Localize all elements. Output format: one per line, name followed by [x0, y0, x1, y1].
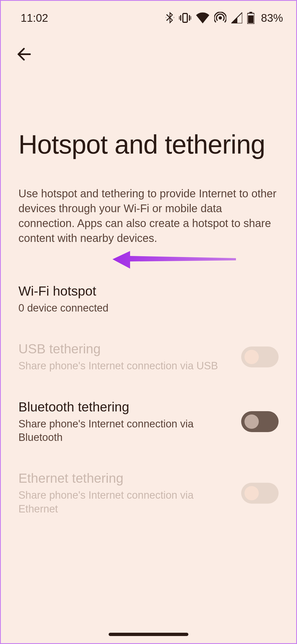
status-time: 11:02: [21, 12, 48, 24]
bluetooth-tethering-switch[interactable]: [241, 411, 279, 432]
arrow-left-icon: [16, 47, 32, 63]
signal-icon: [231, 12, 242, 23]
vibrate-icon: [179, 12, 191, 23]
setting-subtitle: Share phone's Internet connection via US…: [18, 359, 233, 373]
setting-title: Bluetooth tethering: [18, 399, 233, 414]
hotspot-icon: [214, 12, 226, 24]
settings-list: Wi-Fi hotspot 0 device connected USB tet…: [1, 245, 296, 529]
back-button[interactable]: [14, 45, 34, 65]
setting-title: Wi-Fi hotspot: [18, 283, 270, 299]
setting-title: USB tethering: [18, 341, 233, 356]
setting-title: Ethernet tethering: [18, 471, 233, 486]
setting-usb-tethering: USB tethering Share phone's Internet con…: [18, 328, 279, 386]
page-description: Use hotspot and tethering to provide Int…: [1, 159, 296, 245]
svg-point-1: [174, 17, 174, 18]
setting-subtitle: 0 device connected: [18, 301, 270, 315]
usb-tethering-switch: [241, 346, 279, 367]
svg-point-7: [219, 16, 222, 20]
setting-subtitle: Share phone's Internet connection via Bl…: [18, 417, 233, 444]
battery-icon: [247, 12, 254, 24]
setting-ethernet-tethering: Ethernet tethering Share phone's Interne…: [18, 457, 279, 529]
battery-percent: 83%: [261, 12, 283, 24]
page-title: Hotspot and tethering: [1, 65, 296, 159]
setting-bluetooth-tethering[interactable]: Bluetooth tethering Share phone's Intern…: [18, 386, 279, 458]
status-icons: 83%: [166, 12, 283, 24]
svg-rect-10: [248, 15, 254, 23]
status-bar: 11:02 83%: [1, 1, 296, 28]
bluetooth-icon: [166, 12, 174, 24]
wifi-icon: [196, 12, 209, 23]
setting-subtitle: Share phone's Internet connection via Et…: [18, 489, 233, 516]
nav-handle[interactable]: [109, 633, 188, 636]
svg-rect-2: [183, 13, 187, 22]
ethernet-tethering-switch: [241, 483, 279, 504]
svg-point-0: [166, 17, 166, 18]
setting-wifi-hotspot[interactable]: Wi-Fi hotspot 0 device connected: [18, 270, 279, 328]
